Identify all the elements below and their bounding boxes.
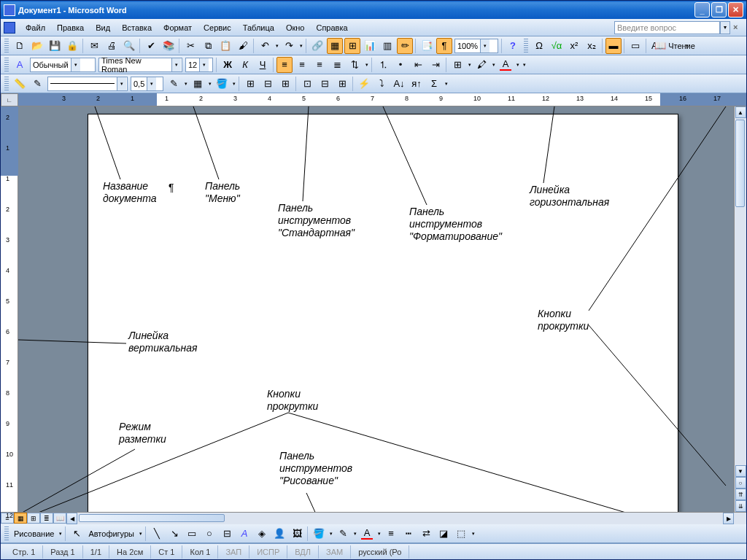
ask-dropdown[interactable]: ▾	[720, 21, 730, 34]
3d-button[interactable]: ⬚	[453, 526, 469, 542]
size-combo[interactable]: 12▾	[185, 58, 213, 72]
open-button[interactable]: 📂	[29, 38, 45, 54]
paste-button[interactable]: 📋	[217, 38, 233, 54]
frame-button[interactable]: ▭	[627, 38, 643, 54]
linestyle-combo[interactable]: ▾	[47, 77, 128, 91]
text-direction-button[interactable]: ⤵	[374, 76, 390, 92]
email-button[interactable]: ✉	[86, 38, 102, 54]
line-button[interactable]: ╲	[149, 526, 165, 542]
docmap-button[interactable]: 📑	[419, 38, 435, 54]
bold-button[interactable]: Ж	[220, 57, 236, 73]
underline-button[interactable]: Ч	[255, 57, 271, 73]
toolbar-grip-3[interactable]	[4, 58, 9, 72]
vertical-scrollbar[interactable]: ▲ ▼ ○ ⇈ ⇊	[734, 106, 746, 512]
preview-button[interactable]: 🔍	[121, 38, 137, 54]
vscroll-thumb[interactable]	[735, 120, 745, 207]
save-button[interactable]: 💾	[47, 38, 63, 54]
highlight-btn[interactable]: ▬	[605, 38, 622, 54]
font-color-button[interactable]: A	[498, 57, 514, 73]
indent-button[interactable]: ⇥	[427, 57, 444, 73]
outdent-button[interactable]: ⇤	[410, 57, 426, 73]
status-language[interactable]: русский (Ро	[351, 545, 409, 559]
border-color-dd[interactable]: ▾	[206, 81, 213, 87]
browse-select-button[interactable]: ○	[735, 477, 746, 489]
prev-page-button[interactable]: ⇈	[735, 489, 746, 500]
font-combo[interactable]: Times New Roman▾	[98, 58, 182, 72]
redo-dropdown[interactable]: ▾	[298, 43, 304, 49]
drawing-toggle-button[interactable]: ✏	[397, 38, 413, 54]
wordart-button[interactable]: A	[236, 526, 252, 542]
spelling-button[interactable]: ✔	[143, 38, 159, 54]
toolbar-grip-4[interactable]	[4, 77, 9, 91]
menu-help[interactable]: Справка	[310, 22, 353, 34]
menu-table[interactable]: Таблица	[237, 22, 280, 34]
shadow-button[interactable]: ◪	[436, 526, 452, 542]
next-page-button[interactable]: ⇊	[735, 500, 746, 512]
autoshapes-dd[interactable]: ▾	[137, 531, 144, 537]
tables-borders-button[interactable]: ▦	[327, 38, 343, 54]
autoshapes-menu[interactable]: Автофигуры	[85, 529, 137, 538]
drawing-menu[interactable]: Рисование	[11, 529, 57, 538]
dash-style-button[interactable]: ┅	[400, 526, 417, 542]
menu-view[interactable]: Вид	[90, 22, 116, 34]
hscroll-thumb[interactable]	[79, 514, 225, 522]
reading-button[interactable]: 📖Чтение	[667, 38, 683, 54]
new-button[interactable]: 🗋	[12, 38, 28, 54]
columns-button[interactable]: ▥	[379, 38, 395, 54]
highlighter-dd[interactable]: ▾	[490, 62, 497, 68]
horizontal-scrollbar[interactable]: ◀ ▶	[66, 513, 734, 524]
close-button[interactable]: ✕	[728, 2, 743, 18]
show-marks-button[interactable]: ¶	[436, 38, 452, 54]
highlighter-button[interactable]: 🖍	[473, 57, 489, 73]
pen-color-button[interactable]: ✎	[166, 76, 182, 92]
maximize-button[interactable]: ❐	[711, 2, 727, 18]
help-button[interactable]: ?	[505, 38, 521, 54]
merge-button[interactable]: ⊟	[260, 76, 276, 92]
justify-button[interactable]: ≣	[329, 57, 345, 73]
doc-close-icon[interactable]: ×	[733, 23, 743, 33]
formatting-options-dd[interactable]: ▾	[521, 62, 527, 68]
fill-color-button[interactable]: 🪣	[311, 526, 327, 542]
oval-button[interactable]: ○	[201, 526, 217, 542]
border-color-button[interactable]: ▦	[190, 76, 206, 92]
font-dd[interactable]: ▾	[171, 58, 181, 71]
scroll-right-button[interactable]: ▶	[723, 513, 734, 524]
status-ext[interactable]: ВДЛ	[287, 545, 319, 559]
menu-edit[interactable]: Правка	[51, 22, 90, 34]
pen-button[interactable]: ✎	[29, 76, 45, 92]
sqrt-button[interactable]: √α	[549, 38, 565, 54]
hscroll-track[interactable]	[77, 513, 723, 524]
excel-button[interactable]: 📊	[362, 38, 378, 54]
drawing-menu-dd[interactable]: ▾	[57, 531, 63, 537]
menu-format[interactable]: Формат	[158, 22, 198, 34]
align-cells-button[interactable]: ⊡	[299, 76, 315, 92]
align-left-button[interactable]: ≡	[276, 57, 293, 73]
ruler-toggle-button[interactable]: 📏	[12, 76, 28, 92]
status-ovr[interactable]: ЗАМ	[319, 545, 351, 559]
vscroll-track[interactable]	[735, 118, 746, 465]
redo-button[interactable]: ↷	[281, 38, 297, 54]
toolbar-grip-5[interactable]	[4, 526, 9, 541]
insert-table-button[interactable]: ⊞	[344, 38, 360, 54]
menu-window[interactable]: Окно	[280, 22, 311, 34]
insert-table2-button[interactable]: ⊞	[242, 76, 258, 92]
scroll-up-button[interactable]: ▲	[735, 106, 746, 118]
status-trk[interactable]: ИСПР	[249, 545, 287, 559]
copy-button[interactable]: ⧉	[200, 38, 216, 54]
bullet-list-button[interactable]: •	[392, 57, 409, 73]
web-view-button[interactable]: ⊞	[27, 513, 40, 524]
select-object-button[interactable]: ↖	[69, 526, 85, 542]
line-style-button[interactable]: ≡	[383, 526, 399, 542]
toolbar-options-dropdown[interactable]: ▾	[684, 43, 690, 49]
undo-button[interactable]: ↶	[257, 38, 273, 54]
size-dd[interactable]: ▾	[199, 58, 209, 71]
clipart-button[interactable]: 👤	[271, 526, 287, 542]
ask-question-input[interactable]: Введите вопрос	[614, 21, 720, 34]
numbered-list-button[interactable]: ⒈	[375, 57, 391, 73]
italic-button[interactable]: К	[237, 57, 253, 73]
style-dd[interactable]: ▾	[71, 58, 80, 71]
distribute-rows-button[interactable]: ⊟	[317, 76, 333, 92]
scroll-down-button[interactable]: ▼	[735, 465, 746, 477]
diagram-button[interactable]: ◈	[254, 526, 270, 542]
reading-view-button[interactable]: 📖	[53, 513, 66, 524]
